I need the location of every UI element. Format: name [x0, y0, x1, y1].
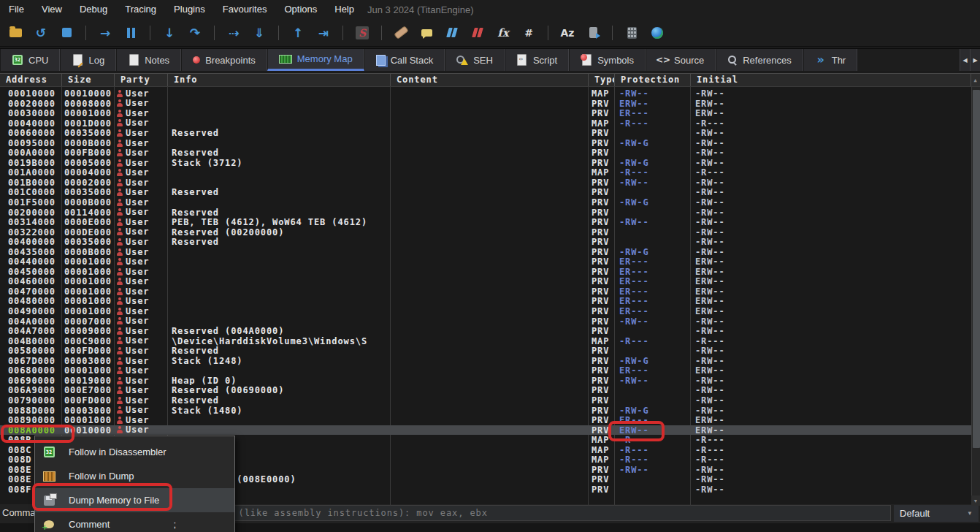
column-header-content[interactable]: Content [391, 74, 589, 86]
step-over-icon[interactable]: ↷ [187, 25, 203, 41]
table-row[interactable]: 0048000000001000UserPRVER---ERW-- [0, 296, 980, 306]
table-row[interactable]: 006A9000000E7000UserReserved (00690000)P… [0, 385, 980, 395]
table-row[interactable]: 0001000000010000UserMAP-RW---RW-- [0, 88, 980, 99]
cell-content [391, 474, 589, 484]
scroll-down-icon[interactable]: ▼ [971, 495, 980, 506]
tab-scroll-right-button[interactable]: ▶ [970, 49, 980, 71]
tab-log[interactable]: Log [60, 49, 116, 71]
table-row[interactable]: 00322000000DE000UserReserved (00200000)P… [0, 227, 980, 238]
tab-thr[interactable]: »Thr [803, 49, 858, 71]
tab-script[interactable]: Script [505, 49, 569, 71]
tab-references[interactable]: References [716, 49, 803, 71]
table-row[interactable]: 0068000000001000UserPRVER---ERW-- [0, 365, 980, 376]
table-row[interactable]: 0088D00000003000UserStack (1480)PRV-RW-G… [0, 406, 980, 416]
context-menu-item-comment[interactable]: Comment; [35, 512, 234, 532]
table-row[interactable]: 004B0000000C9000User\Device\HarddiskVolu… [0, 336, 980, 346]
table-row[interactable]: 0040000000035000UserReservedPRV-RW-- [0, 237, 980, 247]
table-row[interactable]: 000A0000000FB000UserReservedPRV-RW-- [0, 148, 980, 158]
column-header-protection[interactable]: Protection [615, 74, 691, 86]
table-row[interactable]: 001B000000002000UserPRV-RW---RW-- [0, 178, 980, 188]
table-row[interactable]: 0002000000008000UserPRVERW--ERW-- [0, 99, 980, 109]
table-row[interactable]: 0067D00000003000UserStack (1248)PRV-RW-G… [0, 356, 980, 366]
vertical-scrollbar[interactable]: ▼ [971, 87, 980, 506]
menu-options[interactable]: Options [275, 0, 326, 19]
table-row[interactable]: 0046000000001000UserPRVER---ERW-- [0, 276, 980, 286]
table-row[interactable]: 0003000000001000UserPRVER---ERW-- [0, 108, 980, 118]
pause-icon[interactable] [123, 25, 139, 41]
tab-breakpoints[interactable]: Breakpoints [181, 49, 267, 71]
patch-icon[interactable] [393, 25, 409, 41]
table-row[interactable]: 00580000000FD000UserReservedPRV-RW-- [0, 346, 980, 356]
column-header-party[interactable]: Party [115, 74, 168, 86]
run-trace-icon[interactable]: ⇢ [226, 25, 242, 41]
table-row[interactable]: 0045000000001000UserPRVER---ERW-- [0, 267, 980, 277]
cell-size: 00019000 [62, 376, 115, 386]
label-icon[interactable] [444, 25, 460, 41]
table-row[interactable]: 0019B00000005000UserStack (3712)PRV-RW-G… [0, 158, 980, 168]
menu-favourites[interactable]: Favourites [214, 0, 276, 19]
step-out-icon[interactable]: ⇓ [251, 25, 267, 41]
cell-address: 004A7000 [0, 326, 62, 336]
scrollbar-thumb[interactable] [973, 90, 980, 448]
tab-notes[interactable]: Notes [116, 49, 181, 71]
table-row[interactable]: 001C000000035000UserReservedPRV-RW-- [0, 187, 980, 197]
stop-icon[interactable] [58, 25, 74, 41]
table-row[interactable]: 0044000000001000UserPRVER---ERW-- [0, 256, 980, 267]
table-row[interactable]: 004350000000B000UserPRV-RW-G-RW-- [0, 247, 980, 257]
table-row[interactable]: 004A000000007000UserPRV-RW---RW-- [0, 316, 980, 327]
settings-icon[interactable] [585, 25, 601, 41]
table-row[interactable]: 000950000000B000UserPRV-RW-G-RW-- [0, 138, 980, 148]
table-row[interactable]: 0006000000035000UserReservedPRV-RW-- [0, 128, 980, 138]
table-row[interactable]: 004A700000009000UserReserved (004A0000)P… [0, 326, 980, 336]
context-menu-item-follow-in-disassembler[interactable]: 32Follow in Disassembler [35, 440, 234, 464]
table-row[interactable]: 0089000000001000UserPRVER---ERW-- [0, 415, 980, 425]
comment-icon[interactable] [418, 25, 435, 41]
context-menu-item-dump-memory-to-file[interactable]: Dump Memory to File [35, 488, 234, 512]
table-row[interactable]: 00790000000FD000UserReservedPRV-RW-- [0, 395, 980, 406]
menu-debug[interactable]: Debug [71, 0, 116, 19]
table-row[interactable]: 008A000000010000UserPRVERW--ERW-- [0, 425, 980, 436]
tab-memory-map[interactable]: Memory Map [267, 49, 364, 71]
execute-till-return-icon[interactable]: ↑ [290, 25, 306, 41]
tab-symbols[interactable]: Symbols [569, 49, 646, 71]
column-header-type[interactable]: Type [589, 74, 615, 86]
goto-icon[interactable]: # [521, 25, 537, 41]
cell-info [168, 267, 391, 277]
tab-call-stack[interactable]: Call Stack [364, 49, 445, 71]
run-to-user-code-icon[interactable]: ⇥ [315, 25, 332, 41]
table-row[interactable]: 0049000000001000UserPRVER---ERW-- [0, 306, 980, 316]
menu-tracing[interactable]: Tracing [116, 0, 165, 19]
bookmark-icon[interactable] [470, 25, 486, 41]
scroll-up-icon[interactable]: ▲ [971, 74, 980, 86]
step-into-icon[interactable]: ↓ [161, 25, 177, 41]
table-row[interactable]: 0069000000019000UserHeap (ID 0)PRV-RW---… [0, 376, 980, 386]
font-icon[interactable]: Az [559, 25, 575, 41]
menu-plugins[interactable]: Plugins [165, 0, 214, 19]
run-icon[interactable]: → [97, 25, 113, 41]
menu-help[interactable]: Help [326, 0, 363, 19]
table-row[interactable]: 001A000000004000UserMAP-R----R--- [0, 167, 980, 178]
table-row[interactable]: 0047000000001000UserPRVER---ERW-- [0, 286, 980, 297]
tab-source[interactable]: <>Source [646, 49, 716, 71]
table-row[interactable]: 0020000000114000UserReservedPRV-RW-- [0, 208, 980, 218]
tab-cpu[interactable]: 32CPU [0, 49, 60, 71]
function-icon[interactable]: fx [495, 25, 511, 41]
calculator-icon[interactable] [624, 25, 640, 41]
column-header-address[interactable]: Address [0, 74, 62, 86]
profile-dropdown[interactable]: Default ▼ [894, 505, 979, 522]
column-header-size[interactable]: Size [62, 74, 115, 86]
context-menu-item-follow-in-dump[interactable]: Follow in Dump [35, 464, 234, 488]
table-row[interactable]: 001F50000000B000UserPRV-RW-G-RW-- [0, 197, 980, 208]
tab-seh[interactable]: SEH [445, 49, 505, 71]
menu-view[interactable]: View [33, 0, 71, 19]
restart-icon[interactable]: ↺ [33, 25, 49, 41]
table-row[interactable]: 000400000001D000UserMAP-R----R--- [0, 118, 980, 129]
menu-file[interactable]: File [0, 0, 33, 19]
open-file-icon[interactable] [7, 25, 23, 41]
trace-record-icon[interactable]: S [354, 25, 370, 41]
column-header-info[interactable]: Info [168, 74, 391, 86]
update-icon[interactable] [649, 25, 665, 41]
table-row[interactable]: 003140000000E000UserPEB, TEB (4612), WoW… [0, 217, 980, 227]
tab-scroll-left-button[interactable]: ◀ [960, 49, 970, 71]
column-header-initial[interactable]: Initial [691, 74, 971, 86]
